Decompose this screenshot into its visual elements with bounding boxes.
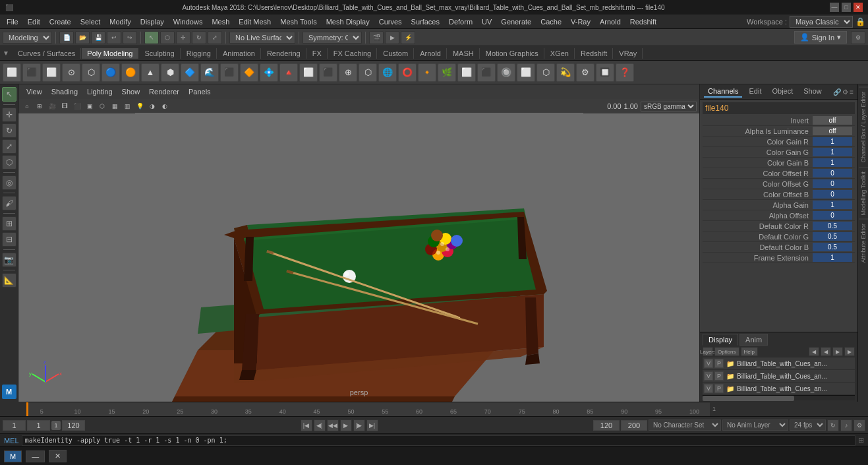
shelf-tab-curves-surfaces[interactable]: Curves / Surfaces — [13, 48, 81, 59]
shelf-icon-29[interactable]: 💫 — [556, 63, 575, 82]
cb-value-ao[interactable]: 0 — [813, 211, 852, 220]
layer-scrollbar-thumb[interactable] — [703, 396, 794, 401]
shelf-icon-28[interactable]: ⬡ — [536, 63, 555, 82]
cb-value-fe[interactable]: 1 — [813, 253, 852, 262]
options-btn[interactable]: Options — [714, 347, 739, 356]
go-to-start-btn[interactable]: |◀ — [301, 419, 312, 431]
cb-value-cor[interactable]: 0 — [813, 169, 852, 177]
select-lasso-btn[interactable]: ⬡ — [160, 31, 175, 44]
vp-menu-panels[interactable]: Panels — [185, 86, 215, 97]
shelf-icon-13[interactable]: 🔶 — [240, 63, 258, 82]
layer-name-2[interactable]: Billiard_Table_with_Cues_an... — [737, 373, 854, 380]
menu-mesh-tools[interactable]: Mesh Tools — [276, 16, 320, 27]
vp-tb-shadow[interactable]: ◑ — [146, 101, 158, 111]
cb-value-cgr[interactable]: 1 — [813, 137, 852, 146]
shelf-tab-rendering[interactable]: Rendering — [262, 48, 306, 59]
menu-deform[interactable]: Deform — [445, 16, 477, 27]
layer-icon4[interactable]: ▶ — [844, 347, 855, 356]
menu-cache[interactable]: Cache — [536, 16, 565, 27]
menu-modify[interactable]: Modify — [105, 16, 134, 27]
new-scene-btn[interactable]: 📄 — [59, 31, 74, 44]
shelf-toggle-icon[interactable]: ▼ — [3, 49, 9, 57]
layer-visibility-3[interactable]: V — [704, 384, 713, 393]
shelf-icon-17[interactable]: ⬛ — [319, 63, 337, 82]
layers-btn[interactable]: Layers — [703, 347, 713, 356]
menu-display[interactable]: Display — [136, 16, 168, 27]
layer-icon2[interactable]: ◀ — [821, 347, 831, 356]
layer-icon1[interactable]: ◀ — [809, 347, 819, 356]
object-tab[interactable]: Object — [768, 86, 797, 98]
cb-value-dcb[interactable]: 0.5 — [813, 243, 852, 251]
shelf-icon-3[interactable]: ⬜ — [42, 63, 61, 82]
start-frame-input[interactable] — [3, 420, 26, 431]
measure-tools-btn[interactable]: 📐 — [2, 273, 16, 288]
loop-btn[interactable]: ↻ — [827, 419, 839, 431]
shelf-icon-27[interactable]: ⬜ — [517, 63, 535, 82]
shelf-icon-16[interactable]: ⬜ — [299, 63, 318, 82]
move-tool-btn[interactable]: ✛ — [176, 31, 190, 44]
shelf-icon-32[interactable]: ❓ — [616, 63, 634, 82]
select-tool-left-btn[interactable]: ↖ — [2, 87, 16, 102]
layer-name-3[interactable]: Billiard_Table_with_Cues_an... — [737, 385, 854, 392]
shelf-icon-30[interactable]: ⚙ — [576, 63, 594, 82]
save-scene-btn[interactable]: 💾 — [91, 31, 105, 44]
shelf-icon-26[interactable]: 🔘 — [497, 63, 515, 82]
layer-name-1[interactable]: Billiard_Table_with_Cues_an... — [737, 360, 854, 367]
shelf-tab-animation[interactable]: Animation — [217, 48, 261, 59]
menu-create[interactable]: Create — [45, 16, 75, 27]
taskbar-minimize-btn[interactable]: — — [26, 450, 45, 462]
shelf-icon-2[interactable]: ⬛ — [22, 63, 41, 82]
playback-start-input[interactable] — [593, 420, 620, 431]
vp-tb-camera[interactable]: 🎥 — [46, 101, 58, 111]
snap-together-btn[interactable]: ⊞ — [2, 216, 16, 231]
rotate-tool-left-btn[interactable]: ↻ — [2, 123, 16, 138]
shelf-icon-7[interactable]: 🟠 — [121, 63, 140, 82]
step-forward-btn[interactable]: |▶ — [353, 419, 365, 431]
render-btn[interactable]: ▶ — [385, 31, 399, 44]
vp-tb-sel[interactable]: ▣ — [84, 101, 96, 111]
vp-tb-film[interactable]: 🎞 — [59, 101, 71, 111]
shelf-icon-21[interactable]: ⭕ — [398, 63, 417, 82]
menu-redshift[interactable]: Redshift — [626, 16, 660, 27]
layer-scrollbar[interactable] — [703, 395, 855, 400]
play-back-btn[interactable]: ◀◀ — [327, 419, 339, 431]
paint-select-btn[interactable]: 🖌 — [2, 196, 16, 210]
show-tab[interactable]: Show — [799, 86, 826, 98]
vp-tb-light[interactable]: 💡 — [134, 101, 146, 111]
shelf-tab-mash[interactable]: MASH — [448, 48, 480, 59]
menu-mesh-display[interactable]: Mesh Display — [322, 16, 374, 27]
layer-playback-1[interactable]: P — [714, 359, 724, 368]
vp-menu-show[interactable]: Show — [118, 86, 144, 97]
taskbar-maya-btn[interactable]: M — [4, 450, 22, 462]
cb-value-cob[interactable]: 0 — [813, 190, 852, 199]
menu-vray[interactable]: V-Ray — [567, 16, 594, 27]
shelf-icon-1[interactable]: ⬜ — [3, 63, 21, 82]
vp-tb-wire[interactable]: ⬡ — [96, 101, 108, 111]
shelf-tab-vray[interactable]: VRay — [614, 48, 643, 59]
shelf-icon-10[interactable]: 🔷 — [181, 63, 199, 82]
soft-select-btn[interactable]: ◎ — [2, 175, 16, 190]
menu-file[interactable]: File — [3, 16, 22, 27]
open-scene-btn[interactable]: 📂 — [75, 31, 90, 44]
sign-in-button[interactable]: 👤 Sign In ▾ — [794, 31, 847, 44]
shelf-icon-25[interactable]: ⬛ — [477, 63, 496, 82]
shelf-tab-poly-modeling[interactable]: Poly Modeling — [82, 48, 138, 59]
shelf-tab-sculpting[interactable]: Sculpting — [139, 48, 180, 59]
menu-surfaces[interactable]: Surfaces — [407, 16, 444, 27]
shelf-tab-motion-graphics[interactable]: Motion Graphics — [480, 48, 544, 59]
anim-layer-dropdown[interactable]: No Anim Layer — [722, 419, 788, 431]
cb-value-cgg[interactable]: 1 — [813, 148, 852, 156]
menu-edit[interactable]: Edit — [24, 16, 44, 27]
playback-end-input[interactable] — [621, 420, 647, 431]
cb-value-ag[interactable]: 1 — [813, 201, 852, 209]
workspace-dropdown[interactable]: Maya Classic — [790, 16, 853, 28]
shelf-icon-9[interactable]: ⬢ — [161, 63, 179, 82]
shelf-icon-11[interactable]: 🌊 — [200, 63, 219, 82]
frame-input[interactable] — [27, 420, 50, 431]
shelf-tab-fx[interactable]: FX — [307, 48, 328, 59]
char-set-dropdown[interactable]: No Character Set — [649, 419, 721, 431]
menu-windows[interactable]: Windows — [169, 16, 207, 27]
layer-icon3[interactable]: ▶ — [832, 347, 843, 356]
taskbar-close-btn[interactable]: ✕ — [49, 450, 67, 462]
end-frame-input[interactable] — [62, 420, 85, 431]
